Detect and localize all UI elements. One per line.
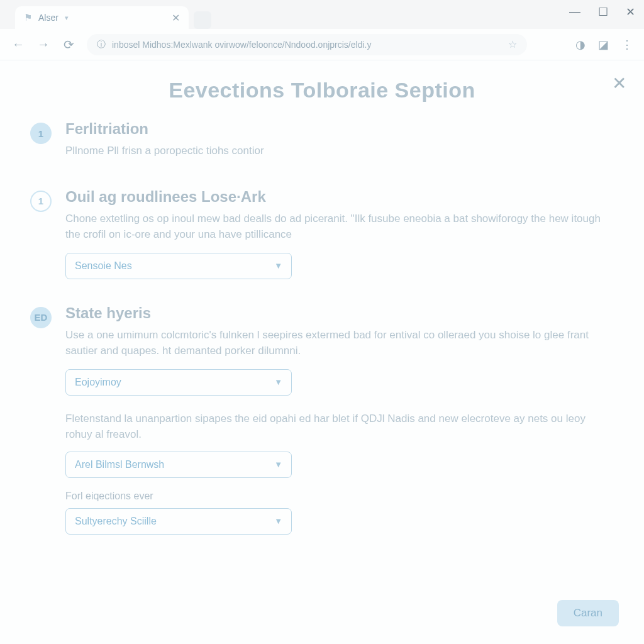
step-2-select[interactable]: Sensoie Nes ▼ <box>65 253 292 279</box>
flag-icon: ⚑ <box>24 12 32 23</box>
tab-bar: ⚑ Alser ▾ ✕ <box>0 0 644 29</box>
forward-button[interactable]: → <box>36 37 50 52</box>
bookmark-star-icon[interactable]: ☆ <box>508 38 517 50</box>
address-bar[interactable]: ⓘ inbosel Midhos:Mexlwank ovirwow/feloon… <box>87 34 527 55</box>
step-badge-1: 1 <box>30 123 52 144</box>
step-3-select-1[interactable]: Eojoyimoy ▼ <box>65 369 292 396</box>
step-3-text: Use a one umimum colcmtoric's fulnken l … <box>65 327 614 359</box>
step-badge-3: ED <box>30 307 52 328</box>
chevron-down-icon: ▼ <box>274 516 282 526</box>
new-tab-button[interactable] <box>194 11 211 29</box>
site-info-icon[interactable]: ⓘ <box>97 39 106 50</box>
step-2: 1 Ouil ag roudlinees Lose·Ark Chone exte… <box>30 188 614 279</box>
tab-close-icon[interactable]: ✕ <box>172 12 180 24</box>
step-2-title: Ouil ag roudlinees Lose·Ark <box>65 188 614 206</box>
window-maximize-icon[interactable]: ☐ <box>598 5 608 19</box>
chevron-down-icon: ▼ <box>274 460 282 469</box>
step-2-select-value: Sensoie Nes <box>75 260 132 272</box>
extension-icon-2[interactable]: ◪ <box>598 38 609 52</box>
step-1-title: Ferlitriation <box>65 120 614 138</box>
reload-button[interactable]: ⟳ <box>62 37 75 52</box>
step-3: ED State hyeris Use a one umimum colcmto… <box>30 304 614 535</box>
chevron-down-icon: ▾ <box>65 14 69 22</box>
step-3-title: State hyeris <box>65 304 614 322</box>
page-title: Eevections Tolboraie Seption <box>30 78 614 103</box>
back-button[interactable]: ← <box>11 37 25 52</box>
step-1-text: Pllnome Pll frisn a poropectic tiohs con… <box>65 143 614 159</box>
step-3-select-3-value: Sultyerechy Sciille <box>75 516 157 527</box>
step-1: 1 Ferlitriation Pllnome Pll frisn a poro… <box>30 120 614 169</box>
step-2-text: Chone extetling os op inoul mew bad deal… <box>65 211 614 243</box>
step-3-select-2[interactable]: Arel Bilmsl Bernwsh ▼ <box>65 452 292 478</box>
step-3-select-2-value: Arel Bilmsl Bernwsh <box>75 459 164 470</box>
extension-icon-1[interactable]: ◑ <box>575 38 586 52</box>
step-badge-2: 1 <box>30 191 52 212</box>
footer: Caran <box>557 600 619 626</box>
step-3-label-3: Forl eiqections ever <box>65 491 614 502</box>
window-close-icon[interactable]: ✕ <box>626 5 635 19</box>
window-minimize-icon[interactable]: — <box>569 5 580 19</box>
tab-title: Alser <box>38 13 58 23</box>
browser-tab[interactable]: ⚑ Alser ▾ ✕ <box>15 6 189 29</box>
chevron-down-icon: ▼ <box>274 261 282 270</box>
step-3-select-3[interactable]: Sultyerechy Sciille ▼ <box>65 508 292 535</box>
page-content: ✕ Eevections Tolboraie Seption 1 Ferlitr… <box>0 60 644 644</box>
step-3-select-1-value: Eojoyimoy <box>75 377 121 388</box>
browser-toolbar: ← → ⟳ ⓘ inbosel Midhos:Mexlwank ovirwow/… <box>0 29 644 60</box>
url-text: inbosel Midhos:Mexlwank ovirwow/feloonce… <box>112 40 502 50</box>
step-3-subtext: Fletenstand la unanpartion sipapes the e… <box>65 411 614 443</box>
chevron-down-icon: ▼ <box>274 377 282 387</box>
primary-button[interactable]: Caran <box>557 600 619 626</box>
browser-menu-icon[interactable]: ⋮ <box>621 38 633 52</box>
close-icon[interactable]: ✕ <box>612 73 626 94</box>
